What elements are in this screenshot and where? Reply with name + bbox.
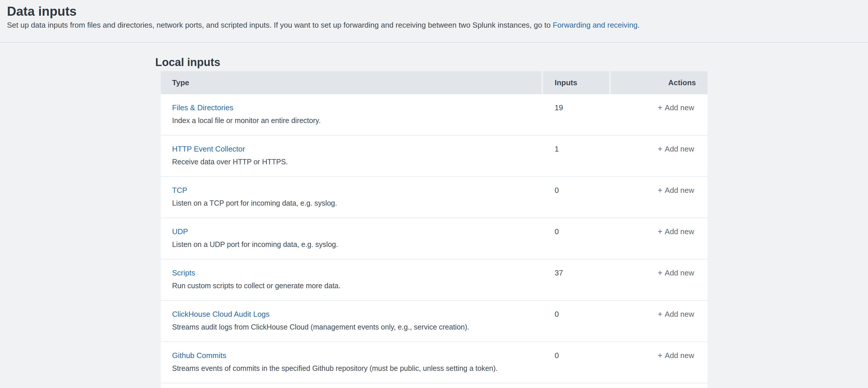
input-type-description: Listen on a UDP port for incoming data, … (172, 240, 534, 249)
type-cell: TCP Listen on a TCP port for incoming da… (161, 177, 543, 217)
inputs-cell: 0 (543, 218, 611, 259)
input-type-description: Receive data over HTTP or HTTPS. (172, 157, 534, 166)
input-type-description: Index a local file or monitor an entire … (172, 116, 534, 125)
add-new-link[interactable]: +Add new (657, 103, 694, 112)
column-header-actions: Actions (611, 71, 708, 94)
input-type-description: Streams events of commits in the specifi… (172, 364, 534, 372)
actions-cell: +Add new (611, 177, 708, 217)
page-title: Data inputs (7, 4, 856, 19)
inputs-count: 37 (555, 268, 563, 277)
add-new-link[interactable]: +Add new (657, 309, 694, 319)
section-heading-local-inputs: Local inputs (155, 56, 220, 69)
add-new-label: Add new (665, 103, 694, 112)
inputs-cell: 1 (543, 136, 611, 176)
add-new-link[interactable]: +Add new (657, 227, 694, 236)
type-cell: Files & Directories Index a local file o… (161, 94, 543, 135)
table-row: ClickHouse Cloud Audit Logs Streams audi… (161, 301, 708, 342)
page-header: Data inputs Set up data inputs from file… (0, 0, 868, 43)
inputs-count: 0 (555, 351, 559, 360)
add-new-link[interactable]: +Add new (657, 185, 694, 195)
forwarding-and-receiving-link[interactable]: Forwarding and receiving (553, 21, 638, 29)
table-row: HTTP Event Collector Receive data over H… (161, 136, 708, 177)
plus-icon: + (657, 144, 662, 153)
add-new-label: Add new (665, 227, 694, 236)
inputs-cell: 0 (543, 177, 611, 217)
add-new-link[interactable]: +Add new (657, 144, 694, 154)
table-row: UDP Listen on a UDP port for incoming da… (161, 218, 708, 260)
inputs-count: 19 (555, 103, 563, 112)
table-row: Github Commits Streams events of commits… (161, 342, 708, 383)
inputs-count: 0 (555, 310, 559, 319)
table-next-row-sliver (161, 383, 708, 388)
plus-icon: + (657, 351, 662, 360)
table-row: TCP Listen on a TCP port for incoming da… (161, 177, 708, 218)
add-new-label: Add new (665, 145, 694, 153)
plus-icon: + (657, 309, 662, 319)
actions-cell: +Add new (611, 260, 708, 300)
add-new-label: Add new (665, 268, 694, 277)
add-new-link[interactable]: +Add new (657, 351, 694, 360)
type-cell: Scripts Run custom scripts to collect or… (161, 260, 543, 300)
plus-icon: + (657, 185, 662, 195)
plus-icon: + (657, 268, 662, 277)
actions-cell: +Add new (611, 94, 708, 135)
input-type-description: Run custom scripts to collect or generat… (172, 281, 534, 290)
actions-cell: +Add new (611, 136, 708, 176)
type-cell: Github Commits Streams events of commits… (161, 342, 543, 383)
plus-icon: + (657, 103, 662, 112)
input-type-link[interactable]: HTTP Event Collector (172, 144, 245, 154)
input-type-link[interactable]: Github Commits (172, 351, 226, 360)
page-subtitle-text: Set up data inputs from files and direct… (7, 21, 553, 29)
column-header-inputs: Inputs (543, 71, 609, 94)
input-type-description: Listen on a TCP port for incoming data, … (172, 199, 534, 207)
table-header-row: Type Inputs Actions (161, 71, 708, 94)
inputs-count: 1 (555, 145, 559, 153)
actions-cell: +Add new (611, 342, 708, 383)
input-type-description: Streams audit logs from ClickHouse Cloud… (172, 323, 534, 331)
add-new-label: Add new (665, 310, 694, 319)
type-cell: ClickHouse Cloud Audit Logs Streams audi… (161, 301, 543, 341)
page-subtitle: Set up data inputs from files and direct… (7, 20, 856, 30)
table-row: Scripts Run custom scripts to collect or… (161, 260, 708, 301)
inputs-cell: 0 (543, 342, 611, 383)
inputs-cell: 37 (543, 260, 611, 300)
input-type-link[interactable]: UDP (172, 227, 188, 236)
local-inputs-table: Type Inputs Actions Files & Directories … (161, 71, 708, 388)
column-header-type: Type (161, 71, 541, 94)
input-type-link[interactable]: ClickHouse Cloud Audit Logs (172, 309, 270, 319)
inputs-count: 0 (555, 227, 559, 236)
add-new-link[interactable]: +Add new (657, 268, 694, 277)
table-body: Files & Directories Index a local file o… (161, 94, 708, 383)
input-type-link[interactable]: TCP (172, 185, 187, 195)
add-new-label: Add new (665, 351, 694, 360)
page-subtitle-suffix: . (638, 21, 640, 29)
actions-cell: +Add new (611, 301, 708, 341)
type-cell: UDP Listen on a UDP port for incoming da… (161, 218, 543, 259)
actions-cell: +Add new (611, 218, 708, 259)
table-row: Files & Directories Index a local file o… (161, 94, 708, 136)
type-cell: HTTP Event Collector Receive data over H… (161, 136, 543, 176)
inputs-cell: 19 (543, 94, 611, 135)
add-new-label: Add new (665, 186, 694, 195)
inputs-count: 0 (555, 186, 559, 195)
inputs-cell: 0 (543, 301, 611, 341)
input-type-link[interactable]: Scripts (172, 268, 195, 277)
input-type-link[interactable]: Files & Directories (172, 103, 234, 112)
plus-icon: + (657, 227, 662, 236)
